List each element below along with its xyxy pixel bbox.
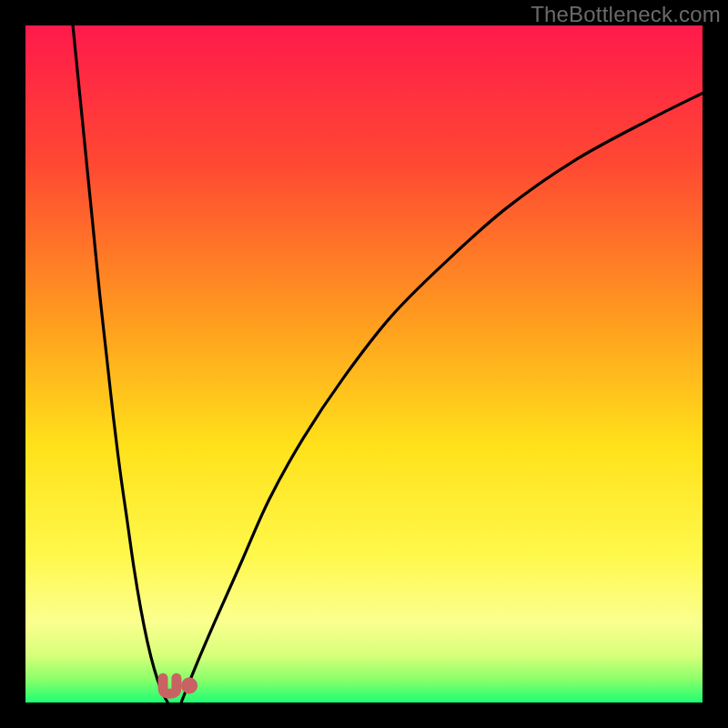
gradient-background	[25, 25, 703, 703]
plot-area	[25, 25, 703, 703]
chart-frame: TheBottleneck.com	[0, 0, 728, 728]
watermark-text: TheBottleneck.com	[531, 2, 721, 27]
valley-dot-marker	[181, 677, 197, 693]
chart-svg	[25, 25, 703, 703]
